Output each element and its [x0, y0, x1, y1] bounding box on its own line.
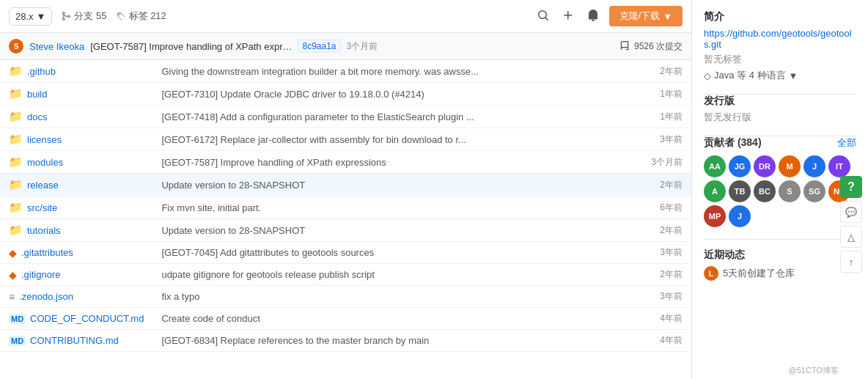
file-link[interactable]: 📁 release	[9, 178, 144, 191]
table-row: 📁 src/site Fix mvn site, initial part. 6…	[0, 196, 691, 219]
file-time-cell: 4年前	[622, 308, 691, 330]
commit-row: S Steve Ikeoka [GEOT-7587] Improve handl…	[0, 33, 691, 60]
file-name-label: licenses	[27, 134, 62, 145]
contributors-grid: AAJGDRMJITATBBCSSGNCMPJ	[704, 155, 856, 227]
file-time-cell: 4年前	[622, 330, 691, 352]
file-link[interactable]: 📁 licenses	[9, 133, 144, 146]
file-time-cell: 3个月前	[622, 151, 691, 174]
search-button[interactable]	[534, 7, 552, 26]
file-name-cell: 📁 docs	[0, 106, 152, 128]
commit-message-cell[interactable]: Fix mvn site, initial part.	[152, 196, 622, 219]
file-link[interactable]: 📁 src/site	[9, 201, 144, 214]
contributors-all-link[interactable]: 全部	[837, 136, 856, 150]
commit-message-cell[interactable]: [GEOT-7587] Improve handling of XPath ex…	[152, 151, 622, 174]
commit-message-cell[interactable]: Giving the downstream integration builde…	[152, 60, 622, 83]
file-link[interactable]: MD CODE_OF_CONDUCT.md	[9, 313, 144, 324]
file-link[interactable]: ◆ .gitignore	[9, 269, 144, 281]
table-row: ◆ .gitignore udpate gitignore for geotoo…	[0, 264, 691, 286]
contributor-avatar[interactable]: MP	[704, 205, 726, 227]
lang-text: Java 等 4 种语言	[714, 69, 786, 82]
commit-message-cell[interactable]: [GEOT-6834] Replace references to the ma…	[152, 330, 622, 352]
notification-button[interactable]	[584, 7, 602, 26]
file-link[interactable]: MD CONTRIBUTING.md	[9, 335, 144, 346]
commit-message-cell[interactable]: [GEOT-6172] Replace jar-collector with a…	[152, 128, 622, 151]
release-none: 暂无发行版	[704, 111, 856, 124]
file-table: 📁 .github Giving the downstream integrat…	[0, 60, 691, 352]
file-link[interactable]: 📁 .github	[9, 65, 144, 78]
file-link[interactable]: 📁 modules	[9, 155, 144, 169]
folder-icon: 📁	[9, 155, 23, 169]
file-name-cell: MD CODE_OF_CONDUCT.md	[0, 308, 152, 330]
folder-icon: 📁	[9, 110, 23, 123]
tags-stat[interactable]: 标签 212	[116, 10, 166, 23]
top-bar: 28.x ▼ 分支 55 标签 212	[0, 0, 691, 33]
file-link[interactable]: ≡ .zenodo.json	[9, 291, 144, 303]
commit-message-cell[interactable]: [GEOT-7310] Update Oracle JDBC driver to…	[152, 83, 622, 106]
commit-message-cell[interactable]: Update version to 28-SNAPSHOT	[152, 219, 622, 242]
contributor-avatar[interactable]: JG	[729, 155, 751, 177]
contributor-avatar[interactable]: J	[729, 205, 751, 227]
lang-arrow[interactable]: ▼	[789, 70, 798, 81]
help-button[interactable]: ?	[840, 176, 862, 198]
comment-button[interactable]: 💬	[840, 201, 862, 223]
commit-time: 3个月前	[347, 40, 378, 53]
file-name-label: src/site	[27, 202, 57, 213]
commit-message-cell[interactable]: [GEOT-7045] Add gitattributes to geotool…	[152, 242, 622, 264]
contributor-avatar[interactable]: J	[803, 155, 825, 177]
table-row: 📁 modules [GEOT-7587] Improve handling o…	[0, 151, 691, 174]
tags-count: 标签 212	[129, 10, 166, 23]
top-button[interactable]: ↑	[840, 251, 862, 273]
commit-message-cell[interactable]: [GEOT-7418] Add a configuration paramete…	[152, 106, 622, 128]
clone-arrow: ▼	[663, 11, 672, 22]
commit-count-label: 9526 次提交	[634, 41, 683, 51]
branches-stat[interactable]: 分支 55	[61, 10, 106, 23]
file-link[interactable]: 📁 docs	[9, 110, 144, 123]
file-name-cell: 📁 .github	[0, 60, 152, 83]
contributor-avatar[interactable]: SG	[803, 180, 825, 202]
commit-message-cell[interactable]: Update version to 28-SNAPSHOT	[152, 174, 622, 196]
commit-hash[interactable]: 8c9aa1a	[298, 40, 340, 53]
intro-section: 简介 https://github.com/geotools/geotools.…	[704, 10, 856, 82]
commit-author[interactable]: Steve Ikeoka	[29, 41, 84, 52]
warning-button[interactable]: △	[840, 226, 862, 248]
table-row: ◆ .gitattributes [GEOT-7045] Add gitattr…	[0, 242, 691, 264]
file-icon: ◆	[9, 247, 17, 259]
table-row: 📁 licenses [GEOT-6172] Replace jar-colle…	[0, 128, 691, 151]
no-tag: 暂无标签	[704, 53, 856, 66]
file-name-cell: MD CONTRIBUTING.md	[0, 330, 152, 352]
commit-message-cell[interactable]: fix a typo	[152, 286, 622, 308]
contributor-avatar[interactable]: DR	[754, 155, 776, 177]
file-name-label: tutorials	[27, 225, 61, 236]
folder-icon: 📁	[9, 65, 23, 78]
contributor-avatar[interactable]: S	[779, 180, 801, 202]
file-link[interactable]: 📁 build	[9, 87, 144, 100]
activity-avatar-label: L	[709, 269, 714, 278]
commit-message-cell[interactable]: Create code of conduct	[152, 308, 622, 330]
contributor-avatar[interactable]: TB	[729, 180, 751, 202]
commit-message[interactable]: [GEOT-7587] Improve handling of XPath ex…	[90, 41, 292, 52]
contributor-avatar[interactable]: IT	[828, 155, 850, 177]
contributors-title: 贡献者 (384)	[704, 136, 762, 150]
contributor-avatar[interactable]: AA	[704, 155, 726, 177]
repo-url[interactable]: https://github.com/geotools/geotools.git	[704, 28, 852, 50]
file-name-label: docs	[27, 111, 47, 122]
activity-item: L 5天前创建了仓库	[704, 266, 856, 281]
contributor-avatar[interactable]: M	[779, 155, 801, 177]
file-link[interactable]: 📁 tutorials	[9, 224, 144, 237]
clone-button[interactable]: 克隆/下载 ▼	[609, 6, 683, 26]
file-name-label: .gitattributes	[21, 247, 73, 258]
table-row: ≡ .zenodo.json fix a typo 3年前	[0, 286, 691, 308]
activity-section: 近期动态 L 5天前创建了仓库	[704, 249, 856, 281]
branch-selector[interactable]: 28.x ▼	[9, 7, 52, 26]
add-button[interactable]	[559, 7, 577, 26]
file-link[interactable]: ◆ .gitattributes	[9, 247, 144, 259]
activity-title: 近期动态	[704, 249, 856, 262]
commit-message-cell[interactable]: udpate gitignore for geotools release pu…	[152, 264, 622, 286]
file-name-label: .gitignore	[21, 269, 60, 280]
file-name-cell: 📁 tutorials	[0, 219, 152, 242]
contributor-avatar[interactable]: A	[704, 180, 726, 202]
activity-text: 5天前创建了仓库	[723, 267, 795, 280]
folder-icon: 📁	[9, 178, 23, 191]
table-row: 📁 tutorials Update version to 28-SNAPSHO…	[0, 219, 691, 242]
contributor-avatar[interactable]: BC	[754, 180, 776, 202]
